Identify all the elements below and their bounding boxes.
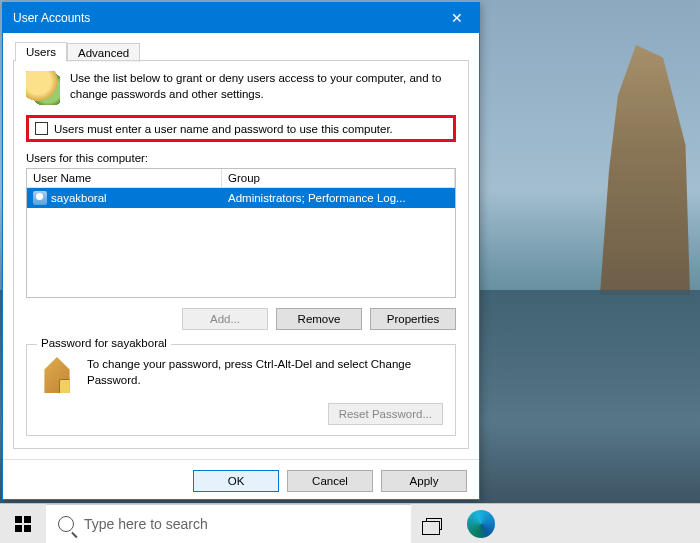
column-username[interactable]: User Name xyxy=(27,169,222,188)
cell-group: Administrators; Performance Log... xyxy=(222,189,455,207)
password-row: To change your password, press Ctrl-Alt-… xyxy=(39,357,443,393)
tabstrip: Users Advanced xyxy=(15,41,469,60)
user-buttons-row: Add... Remove Properties xyxy=(26,308,456,330)
taskbar-search[interactable]: Type here to search xyxy=(46,504,411,544)
password-groupbox: Password for sayakboral To change your p… xyxy=(26,344,456,436)
window-title: User Accounts xyxy=(13,11,435,25)
close-button[interactable]: ✕ xyxy=(435,3,479,33)
password-legend: Password for sayakboral xyxy=(37,337,171,349)
users-list[interactable]: User Name Group sayakboral Administrator… xyxy=(26,168,456,298)
button-label: Apply xyxy=(410,475,439,487)
tab-label: Advanced xyxy=(78,47,129,59)
intro-text: Use the list below to grant or deny user… xyxy=(70,71,456,102)
key-user-icon xyxy=(39,357,75,393)
table-row[interactable]: sayakboral Administrators; Performance L… xyxy=(27,188,455,208)
reset-password-button[interactable]: Reset Password... xyxy=(328,403,443,425)
require-login-checkbox[interactable] xyxy=(35,122,48,135)
windows-logo-icon xyxy=(15,516,31,532)
add-button[interactable]: Add... xyxy=(182,308,268,330)
user-icon xyxy=(33,191,47,205)
users-list-label: Users for this computer: xyxy=(26,152,456,164)
user-accounts-window: User Accounts ✕ Users Advanced Use the l… xyxy=(2,2,480,500)
require-login-label: Users must enter a user name and passwor… xyxy=(54,123,393,135)
dialog-button-row: OK Cancel Apply xyxy=(3,459,479,502)
task-view-button[interactable] xyxy=(411,504,457,544)
titlebar[interactable]: User Accounts ✕ xyxy=(3,3,479,33)
task-view-icon xyxy=(426,518,442,530)
column-group[interactable]: Group xyxy=(222,169,455,188)
ok-button[interactable]: OK xyxy=(193,470,279,492)
dialog-body: Users Advanced Use the list below to gra… xyxy=(3,33,479,459)
button-label: Add... xyxy=(210,313,240,325)
cell-username: sayakboral xyxy=(27,188,222,208)
username-text: sayakboral xyxy=(51,192,107,204)
search-placeholder: Type here to search xyxy=(84,516,208,532)
reset-row: Reset Password... xyxy=(39,403,443,425)
button-label: OK xyxy=(228,475,245,487)
edge-browser-button[interactable] xyxy=(467,510,495,538)
tab-panel-users: Use the list below to grant or deny user… xyxy=(13,60,469,449)
properties-button[interactable]: Properties xyxy=(370,308,456,330)
button-label: Cancel xyxy=(312,475,348,487)
taskbar-icons xyxy=(411,504,495,544)
button-label: Reset Password... xyxy=(339,408,432,420)
users-icon xyxy=(26,71,60,105)
intro-row: Use the list below to grant or deny user… xyxy=(26,71,456,105)
start-button[interactable] xyxy=(0,504,46,544)
list-header: User Name Group xyxy=(27,169,455,188)
close-icon: ✕ xyxy=(451,10,463,26)
search-icon xyxy=(58,516,74,532)
apply-button[interactable]: Apply xyxy=(381,470,467,492)
remove-button[interactable]: Remove xyxy=(276,308,362,330)
password-text: To change your password, press Ctrl-Alt-… xyxy=(87,357,443,388)
taskbar: Type here to search xyxy=(0,503,700,543)
tab-label: Users xyxy=(26,46,56,58)
button-label: Properties xyxy=(387,313,439,325)
cancel-button[interactable]: Cancel xyxy=(287,470,373,492)
button-label: Remove xyxy=(298,313,341,325)
require-login-row: Users must enter a user name and passwor… xyxy=(26,115,456,142)
tab-users[interactable]: Users xyxy=(15,42,67,61)
